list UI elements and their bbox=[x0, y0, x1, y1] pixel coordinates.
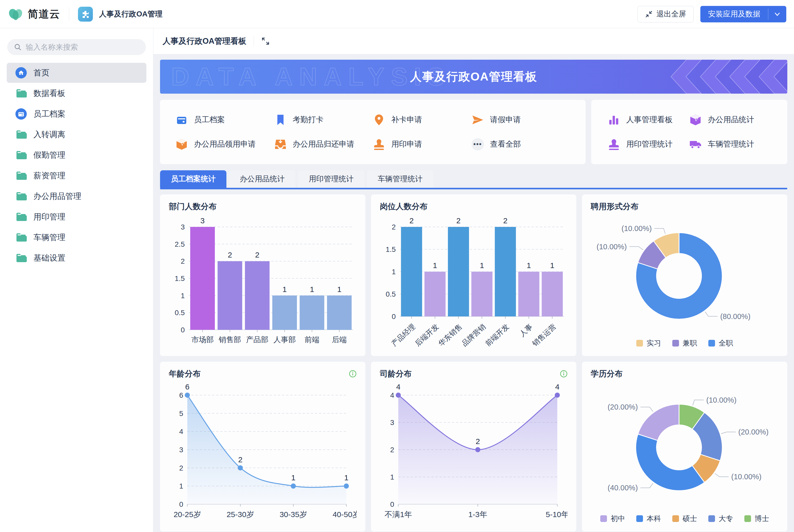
svg-text:(80.00%): (80.00%) bbox=[720, 312, 751, 321]
svg-text:40-50岁: 40-50岁 bbox=[333, 510, 357, 519]
svg-text:(20.00%): (20.00%) bbox=[607, 403, 638, 411]
folder-icon bbox=[15, 252, 27, 264]
svg-text:0.5: 0.5 bbox=[386, 290, 396, 298]
bar-销售部 bbox=[218, 261, 242, 330]
quick-link-label: 办公用品归还申请 bbox=[293, 139, 355, 150]
svg-text:2: 2 bbox=[476, 437, 480, 445]
quick-link-2[interactable]: 补卡申请 bbox=[373, 108, 472, 132]
svg-text:4: 4 bbox=[179, 428, 183, 436]
legend-item-本科[interactable]: 本科 bbox=[636, 514, 661, 524]
quick-link-0[interactable]: 员工档案 bbox=[175, 108, 274, 132]
stat-link-label: 办公用品统计 bbox=[708, 114, 754, 125]
stamp-icon bbox=[608, 138, 620, 151]
quick-link-3[interactable]: 请假申请 bbox=[472, 108, 570, 132]
quick-link-1[interactable]: 考勤打卡 bbox=[274, 108, 373, 132]
quick-link-4[interactable]: 办公用品领用申请 bbox=[175, 132, 274, 156]
sidebar-item-9[interactable]: 基础设置 bbox=[7, 248, 146, 268]
package-icon bbox=[689, 114, 702, 126]
legend-swatch bbox=[744, 515, 751, 522]
svg-text:3: 3 bbox=[201, 216, 205, 225]
search-input[interactable] bbox=[26, 43, 139, 52]
install-app-button[interactable]: 安装应用及数据 bbox=[700, 6, 786, 22]
legend-item-初中[interactable]: 初中 bbox=[600, 514, 625, 524]
legend-item-全职[interactable]: 全职 bbox=[708, 338, 733, 348]
svg-text:1: 1 bbox=[310, 285, 314, 293]
quick-link-5[interactable]: 办公用品归还申请 bbox=[274, 132, 373, 156]
info-icon[interactable] bbox=[560, 370, 568, 378]
quick-link-label: 用印申请 bbox=[391, 139, 422, 150]
svg-text:1: 1 bbox=[291, 473, 296, 482]
chart-title: 聘用形式分布 bbox=[591, 201, 639, 212]
svg-text:1: 1 bbox=[283, 285, 287, 293]
data-point-5-10年 bbox=[555, 393, 560, 398]
chart-title: 岗位人数分布 bbox=[380, 201, 428, 212]
legend-label: 全职 bbox=[719, 338, 733, 348]
svg-text:(10.00%): (10.00%) bbox=[706, 396, 737, 404]
sidebar: 首页 数据看板 员工档案 入转调离 假勤管理 薪资管理 办公用品管理 用印管理 … bbox=[0, 28, 153, 532]
package-icon bbox=[175, 138, 188, 151]
stamp-icon bbox=[373, 138, 385, 151]
legend-swatch bbox=[672, 515, 679, 522]
send-icon bbox=[472, 114, 484, 126]
sidebar-item-label: 办公用品管理 bbox=[34, 191, 81, 202]
sidebar-item-4[interactable]: 假勤管理 bbox=[7, 145, 146, 165]
pie-chart: (80.00%)(10.00%)(10.00%) bbox=[591, 212, 779, 336]
quick-link-label: 补卡申请 bbox=[391, 114, 422, 125]
sidebar-item-6[interactable]: 办公用品管理 bbox=[7, 186, 146, 206]
sidebar-item-2[interactable]: 员工档案 bbox=[7, 104, 146, 124]
exit-fullscreen-button[interactable]: 退出全屏 bbox=[638, 6, 694, 22]
stat-link-label: 人事管理看板 bbox=[626, 114, 673, 125]
sidebar-item-1[interactable]: 数据看板 bbox=[7, 83, 146, 103]
brand-logo: 简道云 bbox=[8, 6, 60, 22]
briefcase-icon bbox=[15, 108, 27, 120]
sidebar-item-label: 基础设置 bbox=[34, 253, 65, 263]
bar-前端 bbox=[300, 296, 324, 330]
svg-text:(40.00%): (40.00%) bbox=[607, 483, 638, 492]
stat-link-1[interactable]: 办公用品统计 bbox=[689, 108, 771, 132]
legend-item-兼职[interactable]: 兼职 bbox=[672, 338, 697, 348]
svg-text:6: 6 bbox=[179, 391, 183, 399]
tab-3[interactable]: 车辆管理统计 bbox=[367, 170, 433, 188]
sidebar-item-label: 用印管理 bbox=[34, 211, 65, 222]
sidebar-item-3[interactable]: 入转调离 bbox=[7, 125, 146, 145]
legend-item-大专[interactable]: 大专 bbox=[708, 514, 733, 524]
chevron-down-icon[interactable] bbox=[768, 6, 786, 22]
legend-item-实习[interactable]: 实习 bbox=[636, 338, 661, 348]
sidebar-item-5[interactable]: 薪资管理 bbox=[7, 166, 146, 186]
legend-item-博士[interactable]: 博士 bbox=[744, 514, 769, 524]
stat-link-0[interactable]: 人事管理看板 bbox=[608, 108, 689, 132]
folder-icon bbox=[15, 232, 27, 243]
app-name: 人事及行政OA管理 bbox=[99, 9, 163, 19]
exit-fullscreen-label: 退出全屏 bbox=[656, 9, 686, 19]
stat-link-label: 车辆管理统计 bbox=[708, 139, 754, 150]
svg-text:2: 2 bbox=[181, 257, 185, 265]
quick-link-6[interactable]: 用印申请 bbox=[373, 132, 472, 156]
legend-item-硕士[interactable]: 硕士 bbox=[672, 514, 697, 524]
sidebar-item-0[interactable]: 首页 bbox=[7, 63, 146, 83]
fullscreen-expand-icon[interactable] bbox=[261, 37, 270, 45]
tab-2[interactable]: 用印管理统计 bbox=[298, 170, 364, 188]
svg-text:2: 2 bbox=[228, 251, 232, 259]
chart-title: 年龄分布 bbox=[169, 368, 201, 379]
stat-link-3[interactable]: 车辆管理统计 bbox=[689, 132, 771, 156]
search-icon bbox=[14, 43, 22, 51]
sidebar-item-7[interactable]: 用印管理 bbox=[7, 207, 146, 227]
tab-1[interactable]: 办公用品统计 bbox=[229, 170, 295, 188]
folder-icon bbox=[15, 191, 27, 202]
info-icon[interactable] bbox=[349, 370, 357, 378]
svg-text:0.5: 0.5 bbox=[175, 309, 185, 317]
chart-body-pie: (80.00%)(10.00%)(10.00%) 实习 兼职 全职 bbox=[591, 212, 779, 350]
statistics-tabs: 员工档案统计办公用品统计用印管理统计车辆管理统计 bbox=[160, 170, 787, 188]
charts-grid: 部门人数分布 00.511.522.533市场部2销售部2产品部1人事部1前端1… bbox=[160, 194, 787, 531]
svg-text:2: 2 bbox=[503, 216, 508, 225]
stat-link-2[interactable]: 用印管理统计 bbox=[608, 132, 689, 156]
chart-body-area: 0123456620-25岁225-30岁130-35岁140-50岁 bbox=[169, 379, 357, 526]
sidebar-item-8[interactable]: 车辆管理 bbox=[7, 227, 146, 247]
quick-link-label: 员工档案 bbox=[194, 114, 225, 125]
quick-link-7[interactable]: ••• 查看全部 bbox=[472, 132, 570, 156]
bar-人事 bbox=[518, 272, 539, 317]
bar-产品经理 bbox=[401, 227, 422, 317]
pie-legend: 实习 兼职 全职 bbox=[591, 336, 779, 350]
sidebar-search[interactable] bbox=[7, 39, 146, 55]
tab-0[interactable]: 员工档案统计 bbox=[160, 170, 226, 188]
